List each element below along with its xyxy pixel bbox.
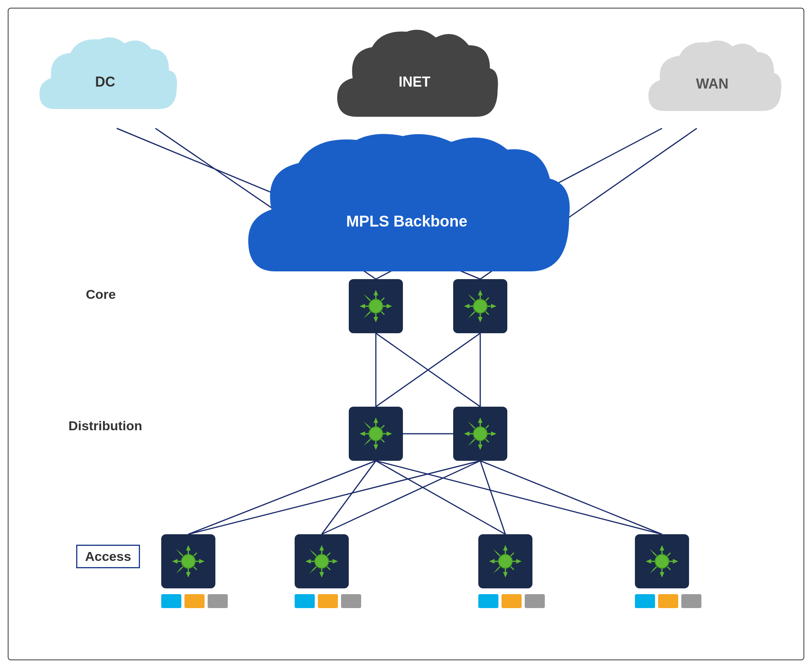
svg-marker-54 xyxy=(374,445,378,450)
color-bar-cyan xyxy=(161,594,181,608)
svg-marker-37 xyxy=(478,317,483,322)
svg-line-50 xyxy=(472,312,475,315)
svg-line-85 xyxy=(486,439,489,442)
svg-line-49 xyxy=(486,298,489,301)
dc-label: DC xyxy=(95,74,115,90)
svg-marker-90 xyxy=(199,559,205,564)
svg-line-68 xyxy=(381,439,384,442)
mpls-cloud: MPLS Backbone xyxy=(237,128,577,291)
svg-line-102 xyxy=(194,567,197,570)
svg-line-135 xyxy=(497,567,500,570)
svg-marker-122 xyxy=(503,572,508,578)
svg-marker-20 xyxy=(374,317,378,322)
svg-line-84 xyxy=(472,439,475,442)
svg-line-17 xyxy=(480,461,662,534)
svg-marker-39 xyxy=(491,304,496,308)
svg-marker-70 xyxy=(478,418,483,423)
svg-marker-87 xyxy=(186,545,191,550)
access-router-4 xyxy=(635,534,689,588)
svg-line-116 xyxy=(313,553,316,556)
svg-line-152 xyxy=(653,567,657,570)
svg-line-151 xyxy=(667,553,670,556)
svg-marker-104 xyxy=(319,545,324,550)
svg-line-118 xyxy=(313,567,316,570)
dist-router-2 xyxy=(453,407,507,461)
svg-marker-21 xyxy=(360,304,365,308)
access-tier-label: Access xyxy=(85,549,131,564)
svg-line-65 xyxy=(367,425,370,428)
svg-point-103 xyxy=(315,554,329,568)
svg-line-67 xyxy=(367,439,370,442)
color-bar-orange xyxy=(658,594,678,608)
svg-line-48 xyxy=(472,298,475,301)
color-bar-gray xyxy=(525,594,545,608)
svg-line-12 xyxy=(376,461,505,534)
svg-marker-53 xyxy=(374,418,378,423)
svg-line-83 xyxy=(486,425,489,428)
svg-line-10 xyxy=(188,461,376,534)
svg-line-101 xyxy=(180,567,183,570)
svg-marker-105 xyxy=(319,572,324,578)
svg-marker-140 xyxy=(646,559,651,564)
svg-line-14 xyxy=(188,461,480,534)
svg-line-133 xyxy=(497,553,500,556)
svg-marker-88 xyxy=(186,572,191,578)
svg-marker-71 xyxy=(478,445,483,450)
svg-point-86 xyxy=(181,554,195,568)
dist-router-1 xyxy=(349,407,403,461)
svg-marker-106 xyxy=(305,559,311,564)
svg-marker-22 xyxy=(387,304,392,308)
dc-cloud: DC xyxy=(32,32,179,132)
svg-line-11 xyxy=(322,461,376,534)
svg-line-51 xyxy=(486,312,489,315)
color-bar-orange xyxy=(184,594,205,608)
svg-line-33 xyxy=(367,312,370,315)
svg-line-32 xyxy=(381,298,384,301)
access-4-color-bars xyxy=(635,594,701,608)
svg-marker-38 xyxy=(464,304,469,308)
svg-marker-36 xyxy=(478,290,483,295)
mpls-label: MPLS Backbone xyxy=(346,189,467,230)
svg-line-136 xyxy=(511,567,514,570)
access-2-color-bars xyxy=(295,594,361,608)
svg-line-153 xyxy=(667,567,670,570)
color-bar-gray xyxy=(208,594,228,608)
svg-marker-73 xyxy=(491,431,496,436)
svg-line-66 xyxy=(381,425,384,428)
svg-line-13 xyxy=(376,461,662,534)
color-bar-orange xyxy=(502,594,522,608)
svg-marker-55 xyxy=(360,431,365,436)
svg-marker-124 xyxy=(516,559,522,564)
access-router-2 xyxy=(295,534,349,588)
svg-marker-139 xyxy=(660,572,664,578)
svg-marker-123 xyxy=(489,559,495,564)
svg-marker-89 xyxy=(172,559,177,564)
color-bar-cyan xyxy=(478,594,498,608)
color-bar-cyan xyxy=(295,594,315,608)
color-bar-gray xyxy=(341,594,361,608)
svg-line-31 xyxy=(367,298,370,301)
access-label-box: Access xyxy=(76,545,140,568)
svg-line-119 xyxy=(327,567,330,570)
svg-marker-107 xyxy=(333,559,338,564)
color-bar-orange xyxy=(318,594,338,608)
svg-marker-141 xyxy=(673,559,678,564)
svg-point-35 xyxy=(473,299,487,313)
svg-line-117 xyxy=(327,553,330,556)
svg-marker-72 xyxy=(464,431,469,436)
svg-point-52 xyxy=(369,427,383,441)
svg-line-82 xyxy=(472,425,475,428)
svg-point-18 xyxy=(369,299,383,313)
access-3-color-bars xyxy=(478,594,545,608)
wan-cloud: WAN xyxy=(643,36,782,132)
svg-line-34 xyxy=(381,312,384,315)
svg-line-100 xyxy=(194,553,197,556)
access-router-3 xyxy=(478,534,532,588)
svg-line-99 xyxy=(180,553,183,556)
svg-point-137 xyxy=(655,554,669,568)
core-router-2 xyxy=(453,279,507,333)
svg-marker-56 xyxy=(387,431,392,436)
svg-point-120 xyxy=(498,554,512,568)
access-router-1 xyxy=(161,534,215,588)
svg-point-69 xyxy=(473,427,487,441)
